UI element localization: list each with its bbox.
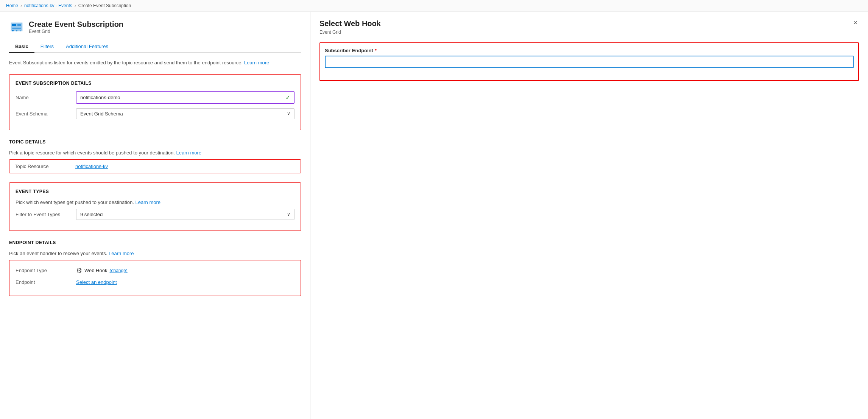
event-subscription-details-box: EVENT SUBSCRIPTION DETAILS Name notifica…: [9, 74, 301, 130]
event-types-learn-more[interactable]: Learn more: [136, 199, 161, 205]
schema-select[interactable]: Event Grid Schema ∨: [76, 108, 295, 119]
right-panel: Select Web Hook × Event Grid Subscriber …: [310, 12, 868, 419]
schema-label: Event Schema: [16, 111, 76, 117]
tab-filters[interactable]: Filters: [34, 40, 60, 53]
subscriber-endpoint-input[interactable]: [325, 56, 854, 68]
endpoint-details-title: ENDPOINT DETAILS: [9, 240, 301, 245]
page-header: Create Event Subscription Event Grid: [9, 19, 301, 34]
svg-point-6: [16, 30, 17, 31]
endpoint-box: Endpoint Type ⚙ Web Hook (change) Endpoi…: [9, 260, 301, 296]
name-value-field: notifications-demo ✓: [76, 91, 295, 104]
chevron-down-icon: ∨: [287, 111, 290, 116]
subscriber-endpoint-box: Subscriber Endpoint *: [319, 42, 859, 81]
topic-resource-value[interactable]: notifications-kv: [75, 164, 108, 169]
subscriber-endpoint-label: Subscriber Endpoint *: [325, 48, 854, 53]
page-subtitle: Event Grid: [29, 29, 123, 34]
svg-rect-3: [17, 24, 21, 26]
topic-resource-label: Topic Resource: [15, 164, 75, 169]
subscriber-endpoint-group: Subscriber Endpoint *: [325, 48, 854, 68]
endpoint-label: Endpoint: [16, 279, 76, 285]
breadcrumb-home[interactable]: Home: [6, 3, 18, 8]
svg-rect-4: [12, 28, 21, 29]
tab-additional-features[interactable]: Additional Features: [60, 40, 114, 53]
panel-header: Select Web Hook ×: [319, 19, 859, 28]
description-text: Event Subscriptions listen for events em…: [9, 59, 301, 67]
change-link[interactable]: (change): [109, 268, 127, 273]
event-types-title: EVENT TYPES: [16, 189, 295, 194]
event-types-description: Pick which event types get pushed to you…: [16, 199, 295, 205]
name-input[interactable]: notifications-demo ✓: [76, 91, 295, 104]
topic-description: Pick a topic resource for which events s…: [9, 150, 301, 156]
description-learn-more[interactable]: Learn more: [244, 60, 269, 65]
svg-point-5: [12, 30, 14, 31]
panel-title-block: Select Web Hook: [319, 19, 381, 28]
filter-value-field: 9 selected ∨: [76, 209, 295, 220]
svg-point-7: [20, 30, 21, 31]
filter-event-types-row: Filter to Event Types 9 selected ∨: [16, 209, 295, 220]
topic-details-title: TOPIC DETAILS: [9, 139, 301, 145]
event-subscription-title: EVENT SUBSCRIPTION DETAILS: [16, 81, 295, 86]
event-types-box: EVENT TYPES Pick which event types get p…: [9, 182, 301, 231]
endpoint-type-text: Web Hook: [84, 268, 107, 273]
panel-subtitle: Event Grid: [319, 30, 859, 35]
name-row: Name notifications-demo ✓: [16, 91, 295, 104]
required-star: *: [375, 48, 377, 53]
endpoint-type-label: Endpoint Type: [16, 268, 76, 273]
panel-title: Select Web Hook: [319, 19, 381, 28]
endpoint-row: Endpoint Select an endpoint: [16, 279, 295, 285]
filter-label: Filter to Event Types: [16, 212, 76, 217]
webhook-icon: ⚙: [76, 266, 82, 275]
topic-resource-box: Topic Resource notifications-kv: [9, 159, 301, 173]
schema-value-field: Event Grid Schema ∨: [76, 108, 295, 119]
endpoint-learn-more[interactable]: Learn more: [109, 251, 134, 256]
svg-rect-2: [12, 24, 16, 26]
endpoint-type-value: ⚙ Web Hook (change): [76, 266, 295, 275]
breadcrumb-events[interactable]: notifications-kv - Events: [24, 3, 72, 8]
endpoint-description: Pick an event handler to receive your ev…: [9, 251, 301, 256]
endpoint-value: Select an endpoint: [76, 279, 295, 285]
breadcrumb: Home › notifications-kv - Events › Creat…: [0, 0, 868, 12]
breadcrumb-sep-2: ›: [75, 3, 76, 8]
event-grid-icon: [9, 19, 24, 34]
close-button[interactable]: ×: [852, 19, 859, 26]
filter-select[interactable]: 9 selected ∨: [76, 209, 295, 220]
filter-chevron-icon: ∨: [287, 212, 290, 217]
breadcrumb-sep-1: ›: [20, 3, 22, 8]
endpoint-type-row: Endpoint Type ⚙ Web Hook (change): [16, 266, 295, 275]
topic-details-section: TOPIC DETAILS Pick a topic resource for …: [9, 139, 301, 173]
select-endpoint-link[interactable]: Select an endpoint: [76, 279, 117, 285]
left-panel: Create Event Subscription Event Grid Bas…: [0, 12, 310, 419]
topic-learn-more[interactable]: Learn more: [176, 150, 201, 156]
check-icon: ✓: [285, 94, 290, 101]
tab-basic[interactable]: Basic: [9, 40, 34, 53]
breadcrumb-current: Create Event Subscription: [78, 3, 131, 8]
page-title-block: Create Event Subscription Event Grid: [29, 20, 123, 34]
page-title: Create Event Subscription: [29, 20, 123, 29]
name-label: Name: [16, 95, 76, 100]
schema-row: Event Schema Event Grid Schema ∨: [16, 108, 295, 119]
tabs: Basic Filters Additional Features: [9, 40, 301, 53]
endpoint-details-section: ENDPOINT DETAILS Pick an event handler t…: [9, 240, 301, 296]
